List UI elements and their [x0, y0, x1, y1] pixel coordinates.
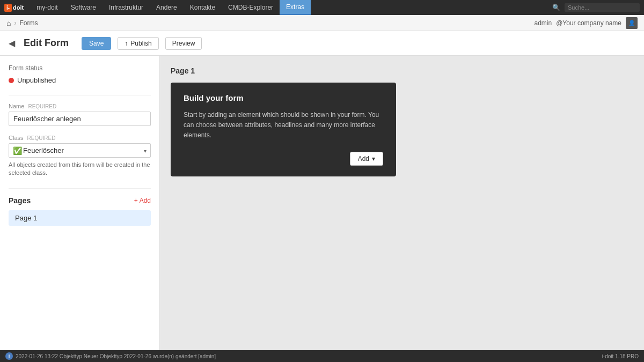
- nav-item-software[interactable]: Software: [64, 0, 103, 15]
- divider2: [9, 188, 151, 189]
- nav-menu: my-doit Software Infrastruktur Andere Ko…: [30, 0, 552, 15]
- plus-icon: +: [134, 197, 138, 204]
- class-select-wrap: ✅ Feuerlöscher ▾: [9, 143, 151, 158]
- nav-item-mydoit[interactable]: my-doit: [30, 0, 64, 15]
- top-navigation: i- doit my-doit Software Infrastruktur A…: [0, 0, 644, 15]
- page-section-title: Page 1: [171, 67, 633, 75]
- build-card-title: Build your form: [184, 93, 383, 102]
- info-icon: i: [5, 352, 13, 360]
- breadcrumb-separator: ›: [14, 19, 16, 27]
- add-page-button[interactable]: + Add: [134, 197, 151, 204]
- nav-item-kontakte[interactable]: Kontakte: [184, 0, 222, 15]
- publish-label: Publish: [130, 40, 151, 47]
- status-bar-text: 2022-01-26 13:22 Objekttyp Neuer Objektt…: [16, 353, 216, 359]
- main-layout: Form status Unpublished Name REQUIRED Cl…: [0, 56, 644, 350]
- nav-item-extras[interactable]: Extras: [280, 0, 311, 15]
- nav-item-cmdb-explorer[interactable]: CMDB-Explorer: [222, 0, 280, 15]
- status-bar-left: i 2022-01-26 13:22 Objekttyp Neuer Objek…: [5, 352, 216, 360]
- status-bar: i 2022-01-26 13:22 Objekttyp Neuer Objek…: [0, 350, 644, 362]
- user-avatar: 👤: [626, 17, 638, 29]
- user-info: admin @Your company name 👤: [535, 17, 638, 29]
- username-label: admin: [535, 19, 552, 27]
- edit-form-header: ◀ Edit Form Save ↑ Publish Preview: [0, 31, 644, 56]
- add-page-label: Add: [140, 197, 151, 204]
- divider: [9, 95, 151, 95]
- name-input[interactable]: [9, 112, 151, 126]
- status-dot: [9, 78, 14, 83]
- sidebar: Form status Unpublished Name REQUIRED Cl…: [0, 56, 160, 350]
- add-element-button[interactable]: Add ▾: [350, 152, 383, 166]
- home-icon[interactable]: ⌂: [6, 19, 11, 27]
- breadcrumb-bar: ⌂ › Forms admin @Your company name 👤: [0, 15, 644, 31]
- status-bar-right: i-doit 1.18 PRO: [602, 353, 639, 359]
- breadcrumb: ⌂ › Forms: [6, 19, 38, 27]
- nav-item-infrastruktur[interactable]: Infrastruktur: [103, 0, 150, 15]
- logo-icon: i-: [4, 4, 12, 12]
- status-row: Unpublished: [9, 76, 151, 84]
- logo-text: doit: [13, 4, 24, 11]
- content-area: Page 1 Build your form Start by adding a…: [160, 56, 644, 350]
- add-label: Add: [358, 155, 369, 162]
- back-arrow-button[interactable]: ◀: [9, 38, 15, 48]
- logo-area: i- doit: [4, 4, 24, 12]
- page-title: Edit Form: [24, 38, 69, 49]
- publish-button[interactable]: ↑ Publish: [118, 37, 158, 50]
- pages-header: Pages + Add: [9, 196, 151, 205]
- search-icon: 🔍: [552, 4, 560, 11]
- name-field-label: Name REQUIRED: [9, 103, 151, 109]
- save-button[interactable]: Save: [82, 37, 111, 50]
- class-hint: All objects created from this form will …: [9, 161, 151, 178]
- company-label: @Your company name: [556, 19, 621, 27]
- build-card-footer: Add ▾: [184, 152, 383, 166]
- publish-icon: ↑: [125, 40, 128, 47]
- search-input[interactable]: [565, 3, 640, 12]
- add-chevron-icon: ▾: [372, 155, 375, 162]
- nav-right: 🔍: [552, 3, 640, 12]
- nav-item-andere[interactable]: Andere: [150, 0, 184, 15]
- preview-button[interactable]: Preview: [165, 37, 202, 50]
- build-card: Build your form Start by adding an eleme…: [171, 83, 396, 176]
- build-card-description: Start by adding an element which should …: [184, 110, 383, 141]
- pages-title: Pages: [9, 196, 31, 205]
- page-item[interactable]: Page 1: [9, 210, 151, 226]
- class-field-label: Class REQUIRED: [9, 135, 151, 141]
- class-select[interactable]: Feuerlöscher: [9, 143, 151, 158]
- class-check-icon: ✅: [13, 146, 22, 155]
- form-status-label: Form status: [9, 64, 151, 72]
- status-text: Unpublished: [17, 76, 56, 84]
- breadcrumb-forms[interactable]: Forms: [19, 19, 38, 27]
